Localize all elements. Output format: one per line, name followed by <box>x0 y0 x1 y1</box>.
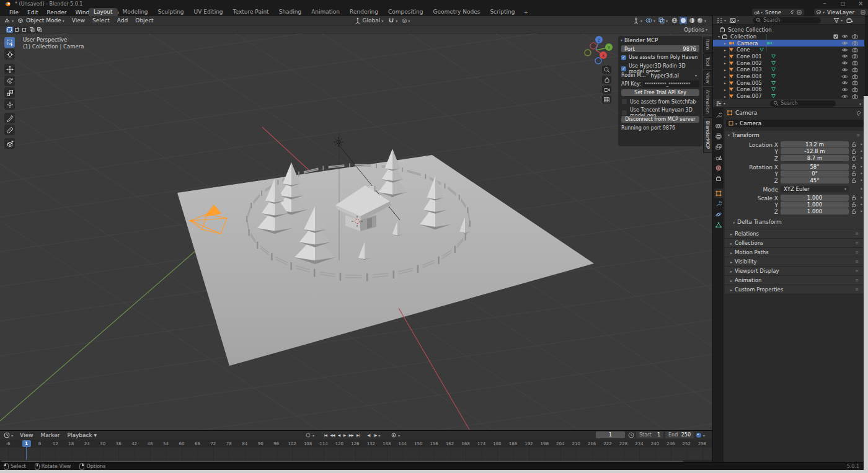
rodin-dropdown[interactable]: hyper3d.ai▾ <box>649 72 699 79</box>
tool-scale-button[interactable] <box>4 87 15 98</box>
timeline-view-toggle[interactable]: ▾ <box>696 432 705 438</box>
lock-icon[interactable] <box>852 149 856 154</box>
navigation-gizmo[interactable]: ZYX <box>580 32 615 67</box>
menu-render[interactable]: Render <box>43 9 71 15</box>
menu-edit[interactable]: Edit <box>23 9 42 15</box>
viewport-menu-view[interactable]: View <box>68 17 89 24</box>
lock-icon[interactable] <box>852 178 856 183</box>
step-back-button[interactable]: ◀| <box>366 433 372 437</box>
snap-toggle[interactable]: ▾ <box>388 17 397 24</box>
end-frame-field[interactable]: End 250 <box>665 431 694 438</box>
lock-icon[interactable] <box>852 202 856 207</box>
outliner-filter-mode[interactable]: ▾ <box>730 17 739 24</box>
transform-panel-header[interactable]: ▾ Transform ≡ <box>725 131 864 139</box>
workspace-tab-compositing[interactable]: Compositing <box>383 8 428 16</box>
select-mode-set-button[interactable] <box>6 27 13 33</box>
outliner-search-field[interactable]: Search <box>753 17 821 24</box>
value-field[interactable]: 0° <box>781 170 849 177</box>
scene-selector[interactable]: ▾ Scene <box>752 9 804 15</box>
viewport-menu-add[interactable]: Add <box>113 17 131 24</box>
timeline-menu-marker[interactable]: Marker <box>37 432 63 438</box>
select-mode-subtract-button[interactable] <box>21 27 28 33</box>
tool-annotate-button[interactable] <box>4 113 15 123</box>
workspace-tab-sculpting[interactable]: Sculpting <box>153 8 189 16</box>
workspace-tab-animation[interactable]: Animation <box>306 8 345 16</box>
tab-scene[interactable] <box>715 154 722 161</box>
maximize-button[interactable]: □ <box>841 1 846 6</box>
outliner-row-cone[interactable]: ▸Cone <box>713 46 864 53</box>
panel-visibility[interactable]: ▸Visibility≡ <box>725 257 864 267</box>
new-collection-button[interactable] <box>846 17 853 24</box>
chevron-down-icon[interactable]: ▾ <box>859 102 861 106</box>
shading-rendered-button[interactable] <box>697 17 703 24</box>
workspace-tab-shading[interactable]: Shading <box>274 8 307 16</box>
close-button[interactable]: × <box>858 0 863 7</box>
mcp-port-field[interactable]: Port 9876 <box>621 45 699 52</box>
outliner-row-cone.006[interactable]: ▸Cone.006 <box>713 86 864 93</box>
new-scene-icon[interactable] <box>797 9 802 15</box>
timeline-editor-type[interactable]: ▾ <box>4 432 13 438</box>
lock-icon[interactable] <box>852 195 856 200</box>
pan-hand-button[interactable] <box>602 76 611 84</box>
overlays-toggle[interactable]: ▾ <box>645 17 655 24</box>
prev-keyframe-button[interactable]: ◀◀ <box>329 433 336 437</box>
disconnect-mcp-button[interactable]: Disconnect from MCP server <box>621 116 699 123</box>
play-reverse-button[interactable]: ◀ <box>337 433 342 437</box>
keying-set-button[interactable]: ▾ <box>305 432 314 438</box>
lock-icon[interactable] <box>852 209 856 214</box>
outliner-row-cone.007[interactable]: ▸Cone.007 <box>713 93 864 100</box>
viewport-menu-object[interactable]: Object <box>131 17 157 24</box>
proportional-edit-toggle[interactable]: ◎▾ <box>402 17 410 24</box>
outliner-row-scene-collection[interactable]: Scene Collection <box>713 26 864 33</box>
value-field[interactable]: 1.000 <box>781 201 849 208</box>
set-trial-key-button[interactable]: Set Free Trial API Key <box>621 89 699 96</box>
panel-viewport-display[interactable]: ▸Viewport Display≡ <box>725 267 864 276</box>
panel-relations[interactable]: ▸Relations≡ <box>725 229 864 239</box>
playhead[interactable]: 1 <box>22 440 31 447</box>
tab-physics[interactable] <box>715 211 722 218</box>
tool-add-cube-button[interactable] <box>4 138 15 149</box>
panel-motion-paths[interactable]: ▸Motion Paths≡ <box>725 248 864 257</box>
value-field[interactable]: 1.000 <box>781 208 849 214</box>
object-name-field[interactable]: ▾ Camera <box>726 120 864 127</box>
panel-collections[interactable]: ▸Collections≡ <box>725 239 864 248</box>
outliner-row-collection[interactable]: ▾Collection <box>713 33 864 40</box>
value-field[interactable]: 58° <box>781 164 849 170</box>
tool-cursor-button[interactable] <box>4 49 15 60</box>
animate-dot[interactable]: • <box>860 156 863 161</box>
current-frame-field[interactable]: 1 <box>596 431 625 438</box>
shading-wireframe-button[interactable] <box>671 17 678 24</box>
shading-material-button[interactable] <box>689 17 695 24</box>
viewlayer-selector[interactable]: ▾ ViewLayer <box>814 9 868 15</box>
tool-move-button[interactable] <box>4 64 15 74</box>
tool-measure-button[interactable] <box>4 125 15 135</box>
animate-dot[interactable]: • <box>860 195 863 201</box>
pin-icon[interactable] <box>856 110 861 116</box>
lock-icon[interactable] <box>852 142 856 147</box>
tab-object-data[interactable] <box>715 222 722 228</box>
select-mode-intersect-button[interactable] <box>36 27 43 33</box>
animate-dot[interactable]: • <box>860 187 863 192</box>
sidebar-tab-tool[interactable]: Tool <box>703 53 712 69</box>
delta-transform-row[interactable]: ▸ Delta Transform <box>732 219 782 225</box>
timeline-menu-playback[interactable]: Playback ▾ <box>63 432 100 438</box>
tab-tool[interactable] <box>715 112 722 118</box>
xray-toggle[interactable]: ▾ <box>658 17 668 24</box>
zoom-button[interactable] <box>602 66 611 74</box>
tab-output[interactable] <box>715 133 722 139</box>
animate-dot[interactable]: • <box>860 202 863 208</box>
timeline-ruler[interactable]: -661218243036424854606672788490961021081… <box>0 440 712 448</box>
step-forward-button[interactable]: |▶ <box>372 433 378 437</box>
value-field[interactable]: 45° <box>781 177 849 183</box>
animate-dot[interactable]: • <box>860 209 863 214</box>
polyhaven-checkbox[interactable]: ✓Use assets from Poly Haven <box>621 55 699 60</box>
outliner-row-cone.001[interactable]: ▸Cone.001 <box>713 53 864 60</box>
mode-selector[interactable]: Object Mode ▾ <box>17 17 64 24</box>
grid-ortho-button[interactable] <box>602 95 611 104</box>
animate-dot[interactable]: • <box>860 164 863 170</box>
mcp-panel-header[interactable]: ▾ Blender MCP <box>618 36 702 44</box>
workspace-tab-scripting[interactable]: Scripting <box>485 8 520 16</box>
mode-dropdown[interactable]: XYZ Euler▾ <box>781 186 849 192</box>
workspace-tab-geometry-nodes[interactable]: Geometry Nodes <box>428 8 485 16</box>
properties-search-field[interactable]: Search <box>770 100 836 107</box>
